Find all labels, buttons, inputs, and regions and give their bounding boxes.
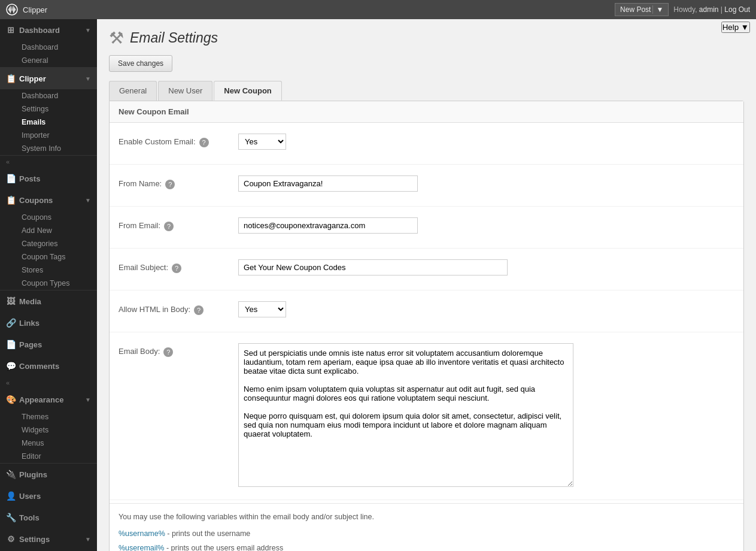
label-email-body: Email Body: ? <box>119 343 238 357</box>
sidebar-item-comments[interactable]: 💬 Comments <box>0 355 97 377</box>
control-email-body: Sed ut perspiciatis unde omnis iste natu… <box>238 343 734 489</box>
sidebar-clipper-dashboard[interactable]: Dashboard <box>17 89 97 102</box>
sidebar-appearance-menus[interactable]: Menus <box>17 437 97 450</box>
comments-icon: 💬 <box>6 361 16 371</box>
control-from-email <box>238 217 734 234</box>
input-from-email[interactable] <box>238 217 418 234</box>
control-from-name <box>238 175 734 192</box>
coupons-submenu: Coupons Add New Categories Coupon Tags S… <box>0 211 97 290</box>
help-email-body-icon[interactable]: ? <box>163 347 173 357</box>
sidebar-coupons-categories[interactable]: Categories <box>17 237 97 250</box>
sidebar-item-plugins[interactable]: 🔌 Plugins <box>0 464 97 485</box>
dashboard-submenu: Dashboard General <box>0 41 97 67</box>
variable-useremail: %useremail% - prints out the users email… <box>119 541 734 551</box>
dashboard-icon: ⊞ <box>6 25 16 35</box>
new-post-arrow[interactable]: ▼ <box>652 5 663 14</box>
sidebar-item-users[interactable]: 👤 Users <box>0 485 97 507</box>
variable-username: %username% - prints out the username <box>119 527 734 541</box>
admin-bar: Clipper New Post ▼ Howdy, admin | Log Ou… <box>0 0 756 19</box>
pages-icon: 📄 <box>6 340 16 349</box>
sidebar-coupons-all[interactable]: Coupons <box>17 211 97 224</box>
sidebar-item-clipper[interactable]: 📋 Clipper ▼ <box>0 68 97 89</box>
tabs: General New User New Coupon <box>109 81 744 101</box>
main-content: ⚒ Email Settings Save changes General Ne… <box>97 19 756 551</box>
site-name: Clipper <box>23 5 47 14</box>
sidebar-item-appearance[interactable]: 🎨 Appearance ▼ <box>0 389 97 410</box>
sidebar-clipper-settings[interactable]: Settings <box>17 102 97 116</box>
tab-new-coupon[interactable]: New Coupon <box>214 81 281 101</box>
admin-profile-link[interactable]: admin <box>699 5 719 14</box>
clipper-icon: 📋 <box>6 74 16 83</box>
sidebar-item-tools[interactable]: 🔧 Tools <box>0 507 97 528</box>
new-post-button[interactable]: New Post ▼ <box>615 3 669 16</box>
sidebar-coupons-stores[interactable]: Stores <box>17 264 97 277</box>
sidebar-clipper-sysinfo[interactable]: System Info <box>17 142 97 155</box>
tab-general[interactable]: General <box>109 81 157 101</box>
tab-new-user[interactable]: New User <box>158 81 212 101</box>
field-email-body: Email Body: ? Sed ut perspiciatis unde o… <box>110 332 743 500</box>
control-allow-html: Yes No <box>238 301 734 317</box>
sidebar-appearance-widgets[interactable]: Widgets <box>17 423 97 437</box>
field-email-subject: Email Subject: ? <box>110 249 743 290</box>
select-allow-html[interactable]: Yes No <box>238 301 286 317</box>
coupons-icon: 📋 <box>6 195 16 205</box>
variables-list: %username% - prints out the username %us… <box>119 527 734 551</box>
label-email-subject: Email Subject: ? <box>119 259 238 273</box>
sidebar-item-updates[interactable]: General <box>17 54 97 67</box>
wp-logo-icon <box>6 4 18 16</box>
label-allow-html: Allow HTML in Body: ? <box>119 301 238 315</box>
sidebar-item-posts[interactable]: 📄 Posts <box>0 168 97 189</box>
sidebar-item-settings[interactable]: ⚙ Settings ▼ <box>0 528 97 550</box>
posts-icon: 📄 <box>6 174 16 183</box>
control-enable-custom-email: Yes No <box>238 134 734 150</box>
label-enable-custom-email: Enable Custom Email: ? <box>119 134 238 147</box>
page-title: Email Settings <box>130 30 218 46</box>
sidebar-item-pages[interactable]: 📄 Pages <box>0 334 97 355</box>
textarea-email-body[interactable]: Sed ut perspiciatis unde omnis iste natu… <box>238 343 573 487</box>
help-from-name-icon[interactable]: ? <box>165 180 175 189</box>
settings-icon: ⚙ <box>6 534 16 544</box>
logout-link[interactable]: Log Out <box>724 5 750 14</box>
tools-icon: 🔧 <box>6 513 16 522</box>
appearance-submenu: Themes Widgets Menus Editor <box>0 410 97 463</box>
sidebar-clipper-importer[interactable]: Importer <box>17 129 97 142</box>
howdy-text: Howdy, admin | Log Out <box>673 5 750 14</box>
sidebar-collapse-top[interactable]: « <box>0 156 97 168</box>
sidebar-coupons-types[interactable]: Coupon Types <box>17 277 97 290</box>
variables-section: You may use the following variables with… <box>110 503 743 551</box>
help-allow-html-icon[interactable]: ? <box>194 305 204 315</box>
select-enable-custom-email[interactable]: Yes No <box>238 134 286 150</box>
sidebar: ⊞ Dashboard ▼ Dashboard General 📋 Clippe… <box>0 19 97 551</box>
help-email-subject-icon[interactable]: ? <box>172 264 181 273</box>
input-email-subject[interactable] <box>238 259 508 276</box>
sidebar-coupons-add[interactable]: Add New <box>17 224 97 237</box>
sidebar-item-dashboard-home[interactable]: Dashboard <box>17 41 97 54</box>
media-icon: 🖼 <box>6 296 16 306</box>
users-icon: 👤 <box>6 491 16 501</box>
clipper-submenu: Dashboard Settings Emails Importer Syste… <box>0 89 97 155</box>
sidebar-item-media[interactable]: 🖼 Media <box>0 290 97 312</box>
field-from-email: From Email: ? <box>110 207 743 249</box>
input-from-name[interactable] <box>238 175 418 192</box>
sidebar-appearance-themes[interactable]: Themes <box>17 410 97 423</box>
label-from-email: From Email: ? <box>119 217 238 231</box>
help-button[interactable]: Help ▼ <box>721 22 750 33</box>
sidebar-item-dashboard[interactable]: ⊞ Dashboard ▼ <box>0 19 97 41</box>
sidebar-appearance-editor[interactable]: Editor <box>17 450 97 463</box>
sidebar-item-coupons[interactable]: 📋 Coupons ▼ <box>0 189 97 211</box>
field-from-name: From Name: ? <box>110 165 743 207</box>
save-changes-button[interactable]: Save changes <box>109 55 172 72</box>
panel-header: New Coupon Email <box>110 101 743 123</box>
sidebar-coupons-tags[interactable]: Coupon Tags <box>17 250 97 264</box>
sidebar-item-links[interactable]: 🔗 Links <box>0 312 97 334</box>
page-header: ⚒ Email Settings <box>109 28 744 48</box>
form-panel: New Coupon Email Enable Custom Email: ? … <box>109 101 744 551</box>
control-email-subject <box>238 259 734 276</box>
sidebar-collapse-middle[interactable]: « <box>0 377 97 389</box>
appearance-icon: 🎨 <box>6 395 16 404</box>
sidebar-clipper-emails[interactable]: Emails <box>17 116 97 129</box>
help-enable-email-icon[interactable]: ? <box>199 138 209 147</box>
help-from-email-icon[interactable]: ? <box>164 222 174 231</box>
field-enable-custom-email: Enable Custom Email: ? Yes No <box>110 123 743 165</box>
variables-note: You may use the following variables with… <box>119 513 734 521</box>
